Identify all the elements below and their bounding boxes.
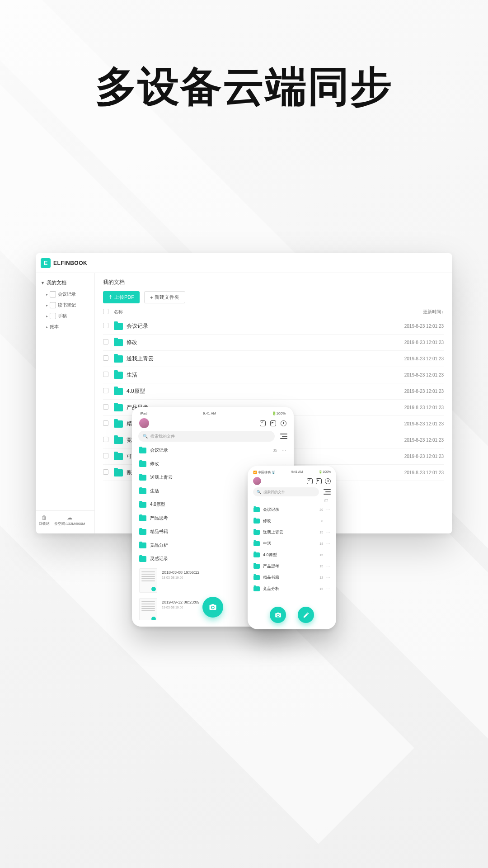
row-checkbox[interactable] [103,355,108,361]
list-item[interactable]: 竞品分析15··· [253,583,331,594]
edit-fab[interactable] [298,607,314,623]
tag-icon[interactable]: 🏷 [324,497,331,504]
row-checkbox[interactable] [103,372,108,377]
folder-icon [114,388,123,395]
folder-icon [139,461,146,467]
new-folder-button[interactable]: +新建文件夹 [144,291,185,303]
more-icon[interactable]: ··· [282,448,286,453]
file-name: 送我上青云 [127,355,154,363]
row-checkbox[interactable] [103,437,108,442]
folder-icon [253,530,260,535]
column-time[interactable]: 更新时间↓ [385,309,444,315]
select-mode-icon[interactable] [307,478,313,484]
avatar[interactable] [253,477,261,485]
table-row[interactable]: 送我上青云2019-8-23 12:01:23 [103,351,444,367]
table-row[interactable]: 4.0原型2019-8-23 12:01:23 [103,383,444,400]
select-mode-icon[interactable] [260,420,266,426]
phone-statusbar: 📶 中国移动 📡 9:41 AM 🔋100% [253,470,331,475]
file-name: 修改 [127,339,137,346]
list-item[interactable]: 生活18··· [253,538,331,549]
more-icon[interactable]: ··· [326,531,330,534]
file-name: 竞品分析 [150,542,168,548]
pencil-icon [303,612,310,618]
list-item[interactable]: 会议记录35··· [138,443,287,457]
search-input[interactable]: 🔍搜索我的文件 [138,431,275,442]
list-item[interactable]: 4.0原型15··· [253,549,331,561]
search-placeholder: 搜索我的文件 [263,490,285,495]
row-checkbox[interactable] [103,420,108,426]
slideshow-icon[interactable] [316,478,322,484]
file-time: 2019-8-23 12:01:23 [385,389,444,394]
doc-title: 2018-03-08 19:56:12 [162,570,200,575]
status-battery: 🔋100% [319,470,331,475]
folder-icon [253,541,260,546]
sidebar-item[interactable]: ▸手稿 [36,311,94,321]
more-icon[interactable]: ··· [326,553,330,557]
table-row[interactable]: 生活2019-8-23 12:01:23 [103,367,444,383]
row-checkbox[interactable] [103,388,108,393]
list-item[interactable]: 精品书籍12··· [253,572,331,583]
view-toggle-icon[interactable] [279,434,287,439]
document-icon [50,302,56,308]
sidebar-root[interactable]: ▼ 我的文档 [36,277,94,289]
sync-badge-icon [151,587,156,591]
camera-fab[interactable] [202,597,223,618]
sidebar-item[interactable]: ▸账本 [36,321,94,332]
file-count: 15 [319,587,323,590]
list-item[interactable]: 产品思考15··· [253,561,331,572]
file-time: 2019-8-23 12:01:23 [385,405,444,410]
trash-icon: 🗑 [39,514,50,522]
list-item[interactable]: 会议记录20··· [253,504,331,515]
more-icon[interactable]: ··· [326,542,330,545]
upload-pdf-button[interactable]: ⇡上传PDF [103,291,140,303]
slideshow-icon[interactable] [270,420,276,426]
sidebar-item-label: 会议记录 [58,291,76,297]
table-row[interactable]: 会议记录2019-8-23 12:01:23 [103,318,444,335]
sidebar-item[interactable]: ▸读书笔记 [36,300,94,311]
list-item[interactable]: 修改8··· [253,515,331,527]
camera-fab[interactable] [270,607,286,623]
more-icon[interactable]: ··· [326,565,330,568]
history-icon[interactable] [325,478,331,484]
more-icon[interactable]: ··· [326,576,330,579]
folder-icon [253,507,260,512]
search-icon: 🔍 [143,434,148,439]
row-checkbox[interactable] [103,404,108,410]
file-name: 4.0原型 [150,501,165,508]
avatar[interactable] [139,418,149,428]
view-toggle-icon[interactable] [323,489,331,495]
row-checkbox[interactable] [103,469,108,475]
brand-logo-text: ELFINBOOK [53,260,87,266]
status-time: 9:41 AM [291,470,303,475]
caret-right-icon: ▸ [46,303,48,307]
folder-icon [139,488,146,494]
file-time: 2019-8-23 12:01:23 [385,470,444,475]
folder-icon [139,448,146,453]
folder-icon [114,339,123,346]
storage-label: 云空间:132M/500M [54,522,85,526]
brand-logo-icon: E [41,258,51,268]
select-all-checkbox[interactable] [103,309,108,314]
sidebar-item-label: 读书笔记 [58,302,76,308]
trash-label: 回收站 [39,522,50,526]
trash-button[interactable]: 🗑回收站 [39,514,50,526]
desktop-header: E ELFINBOOK [36,253,452,273]
sidebar-item[interactable]: ▸会议记录 [36,289,94,300]
row-checkbox[interactable] [103,453,108,458]
column-name[interactable]: 名称 [114,309,385,315]
more-icon[interactable]: ··· [326,587,330,590]
folder-icon [114,437,123,444]
camera-icon [275,612,282,618]
row-checkbox[interactable] [103,323,108,328]
file-time: 2019-8-23 12:01:23 [385,438,444,443]
list-item[interactable]: 送我上青云15··· [253,527,331,538]
search-input[interactable]: 🔍搜索我的文件 [253,487,319,496]
search-placeholder: 搜索我的文件 [150,434,175,439]
file-name: 产品思考 [263,563,279,569]
table-row[interactable]: 修改2019-8-23 12:01:23 [103,335,444,351]
more-icon[interactable]: ··· [326,519,330,523]
more-icon[interactable]: ··· [326,508,330,511]
history-icon[interactable] [281,420,286,426]
file-count: 15 [319,553,323,557]
row-checkbox[interactable] [103,339,108,344]
